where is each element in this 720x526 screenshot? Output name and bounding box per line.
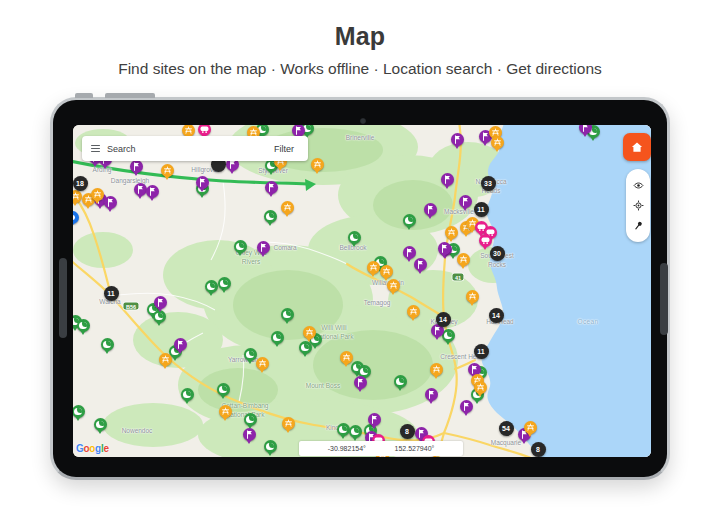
cluster-marker[interactable]: 33 xyxy=(481,176,496,191)
campground-marker[interactable] xyxy=(77,319,90,332)
poi-marker[interactable] xyxy=(460,400,473,413)
cluster-marker[interactable]: 14 xyxy=(436,312,451,327)
day_use-marker[interactable] xyxy=(159,353,172,366)
day_use-marker[interactable] xyxy=(73,190,82,203)
google-logo: Google xyxy=(76,443,109,454)
campground-marker[interactable] xyxy=(94,418,107,431)
poi-marker[interactable] xyxy=(154,296,167,309)
poi-marker[interactable] xyxy=(441,173,454,186)
picnic-table-icon xyxy=(491,136,504,149)
poi-marker[interactable] xyxy=(146,185,159,198)
crescent-icon xyxy=(77,319,90,332)
cluster-marker[interactable]: 8 xyxy=(400,424,415,439)
day_use-marker[interactable] xyxy=(407,305,420,318)
flag-icon xyxy=(414,258,427,271)
menu-icon[interactable] xyxy=(91,145,100,152)
campground-marker[interactable] xyxy=(101,338,114,351)
campground-marker[interactable] xyxy=(394,375,407,388)
cluster-marker[interactable]: 14 xyxy=(489,308,504,323)
campground-marker[interactable] xyxy=(348,231,361,244)
campground-marker[interactable] xyxy=(234,240,247,253)
picnic-table-icon xyxy=(445,226,458,239)
crescent-icon xyxy=(403,214,416,227)
day_use-marker[interactable] xyxy=(311,158,324,171)
day_use-marker[interactable] xyxy=(161,164,174,177)
flag-icon xyxy=(130,160,143,173)
cluster-marker[interactable]: 11 xyxy=(474,202,489,217)
poi-marker[interactable] xyxy=(425,388,438,401)
cluster-marker[interactable]: 11 xyxy=(104,286,119,301)
day_use-marker[interactable] xyxy=(491,136,504,149)
search-input[interactable]: Search xyxy=(107,144,274,154)
campground-marker[interactable] xyxy=(217,383,230,396)
day_use-marker[interactable] xyxy=(445,226,458,239)
day_use-marker[interactable] xyxy=(303,326,316,339)
poi-marker[interactable] xyxy=(104,196,117,209)
day_use-marker[interactable] xyxy=(340,351,353,364)
day_use-marker[interactable] xyxy=(466,290,479,303)
poi-marker[interactable] xyxy=(257,241,270,254)
cluster-marker[interactable]: 30 xyxy=(490,246,505,261)
campground-marker[interactable] xyxy=(403,214,416,227)
day_use-marker[interactable] xyxy=(387,279,400,292)
my-location-button[interactable] xyxy=(633,200,644,211)
poi-marker[interactable] xyxy=(265,181,278,194)
dropped-pin-button[interactable] xyxy=(633,220,644,231)
poi-marker[interactable] xyxy=(354,376,367,389)
day_use-marker[interactable] xyxy=(219,405,232,418)
search-bar[interactable]: Search Filter xyxy=(82,136,308,161)
cluster-marker[interactable]: 54 xyxy=(499,421,514,436)
campground-marker[interactable] xyxy=(218,277,231,290)
caravan_park-marker[interactable] xyxy=(479,234,492,247)
picnic-table-icon xyxy=(524,421,537,434)
campground-marker[interactable] xyxy=(349,425,362,438)
flag-icon xyxy=(174,338,187,351)
day_use-marker[interactable] xyxy=(524,421,537,434)
campground-marker[interactable] xyxy=(264,440,277,453)
day_use-marker[interactable] xyxy=(380,265,393,278)
poi-marker[interactable] xyxy=(196,176,209,189)
campground-marker[interactable] xyxy=(205,280,218,293)
campground-marker[interactable] xyxy=(181,388,194,401)
poi-marker[interactable] xyxy=(130,160,143,173)
poi-marker[interactable] xyxy=(414,258,427,271)
picnic-table-icon xyxy=(73,190,82,203)
dot-icon xyxy=(73,211,79,224)
poi-marker[interactable] xyxy=(243,428,256,441)
poi-marker[interactable] xyxy=(174,338,187,351)
cluster-marker[interactable]: 18 xyxy=(73,176,88,191)
day_use-marker[interactable] xyxy=(282,417,295,430)
picnic-table-icon xyxy=(311,158,324,171)
poi-marker[interactable] xyxy=(451,133,464,146)
crescent-icon xyxy=(349,425,362,438)
campground-marker[interactable] xyxy=(244,413,257,426)
home-button[interactable] xyxy=(623,133,651,161)
day_use-marker[interactable] xyxy=(281,201,294,214)
caravan_park-marker[interactable] xyxy=(198,125,211,136)
poi-marker[interactable] xyxy=(368,413,381,426)
info-marker[interactable] xyxy=(73,211,79,224)
cluster-marker[interactable]: 8 xyxy=(531,442,546,457)
campground-marker[interactable] xyxy=(271,331,284,344)
flag-icon xyxy=(196,176,209,189)
poi-marker[interactable] xyxy=(424,203,437,216)
day_use-marker[interactable] xyxy=(430,363,443,376)
campground-marker[interactable] xyxy=(281,308,294,321)
filter-button[interactable]: Filter xyxy=(274,144,294,154)
bezel-highlight-left xyxy=(59,258,67,338)
poi-marker[interactable] xyxy=(459,195,472,208)
day_use-marker[interactable] xyxy=(367,261,380,274)
crescent-icon xyxy=(264,440,277,453)
picnic-table-icon xyxy=(474,381,487,394)
cluster-marker[interactable]: 11 xyxy=(474,344,489,359)
poi-marker[interactable] xyxy=(579,125,592,134)
eye-button[interactable] xyxy=(633,180,644,191)
day_use-marker[interactable] xyxy=(474,381,487,394)
day_use-marker[interactable] xyxy=(457,253,470,266)
eye-icon xyxy=(633,180,644,191)
campground-marker[interactable] xyxy=(264,210,277,223)
flag-icon xyxy=(441,173,454,186)
day_use-marker[interactable] xyxy=(91,188,104,201)
campground-marker[interactable] xyxy=(73,405,85,418)
day_use-marker[interactable] xyxy=(256,357,269,370)
